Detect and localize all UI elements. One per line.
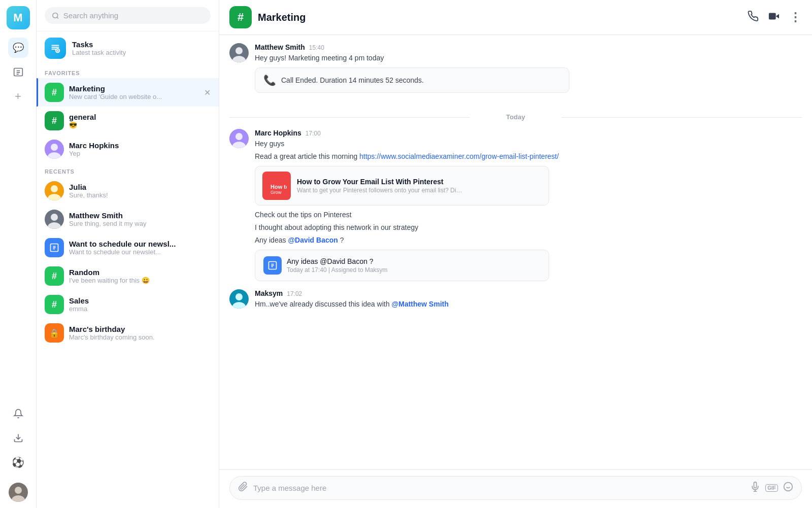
svg-point-20: [51, 214, 58, 221]
icon-rail: M 💬 + ⚽: [0, 0, 37, 508]
marc-name: Marc Hopkins: [69, 141, 211, 150]
svg-point-17: [51, 185, 58, 192]
maksym-msg-content: Maksym 17:02 Hm..we've already discussed…: [255, 289, 802, 310]
sidebar-item-newsletter[interactable]: Want to schedule our newsl... Want to sc…: [37, 233, 219, 262]
svg-point-8: [53, 13, 58, 18]
marc-avatar-sidebar: [45, 140, 64, 159]
main-chat: # Marketing ⋮ Matthew Smith 15:40 Hey: [219, 0, 812, 508]
message-marc-hopkins: Marc Hopkins 17:00 Hey guys Read a great…: [229, 129, 802, 281]
call-ended-box: 📞 Call Ended. Duration 14 minutes 52 sec…: [255, 67, 569, 93]
marc-text: Marc Hopkins Yep: [69, 141, 211, 157]
general-name: general: [69, 113, 211, 121]
matthew-avatar-sidebar: [45, 210, 64, 229]
sales-icon: #: [45, 295, 64, 314]
task-card[interactable]: Any ideas @David Bacon ? Today at 17:40 …: [255, 250, 549, 281]
task-card-icon: [263, 256, 282, 275]
birthday-text: Marc's birthday Marc's birthday coming s…: [69, 325, 211, 341]
attachment-button[interactable]: [238, 482, 248, 494]
phone-button[interactable]: [748, 11, 759, 24]
marc-msg-time: 17:00: [306, 130, 321, 137]
video-button[interactable]: [768, 11, 780, 24]
matthew-msg-text: Hey guys! Marketing meeting 4 pm today: [255, 53, 802, 63]
random-icon: #: [45, 266, 64, 286]
recents-header: RECENTS: [37, 163, 219, 177]
maksym-msg-author: Maksym: [255, 289, 283, 297]
tc-sub: Today at 17:40 | Assigned to Maksym: [287, 266, 388, 274]
header-actions: ⋮: [748, 10, 802, 24]
link-preview-card[interactable]: How toGrow How to Grow Your Email List W…: [255, 166, 549, 206]
marc-msg-header: Marc Hopkins 17:00: [255, 129, 802, 137]
sidebar-item-marc-hopkins[interactable]: Marc Hopkins Yep: [37, 135, 219, 163]
newsletter-name: Want to schedule our newsl...: [69, 240, 211, 248]
birthday-icon: 🔒: [45, 323, 64, 343]
matthew-text: Matthew Smith Sure thing, send it my way: [69, 211, 211, 227]
maksym-msg-time: 17:02: [287, 290, 302, 297]
rail-chat-icon[interactable]: 💬: [8, 38, 28, 58]
sidebar-item-marketing[interactable]: # Marketing New card 'Guide on website o…: [37, 78, 219, 107]
matthew-name: Matthew Smith: [69, 211, 211, 220]
date-separator: Today: [229, 113, 802, 121]
general-icon: #: [45, 111, 64, 130]
tc-title: Any ideas @David Bacon ?: [287, 257, 388, 265]
random-text: Random I've been waiting for this 😀: [69, 268, 211, 284]
birthday-name: Marc's birthday: [69, 325, 211, 333]
chat-title: Marketing: [258, 12, 741, 23]
message-input[interactable]: [253, 484, 745, 492]
newsletter-icon: [45, 238, 64, 257]
favorites-header: FAVORITES: [37, 65, 219, 78]
marc-tips: Check out the tips on Pinterest: [255, 210, 802, 220]
msg-input-area: GIF: [219, 469, 812, 508]
marketing-msg: New card 'Guide on website o...: [69, 93, 199, 100]
matthew-avatar-chat: [229, 43, 249, 62]
marketing-close[interactable]: ✕: [204, 88, 211, 97]
julia-avatar: [45, 181, 64, 200]
sidebar: Tasks Latest task activity FAVORITES # M…: [37, 0, 219, 508]
tasks-subtitle: Latest task activity: [72, 49, 126, 56]
marc-msg-article: Read a great article this morning https:…: [255, 151, 802, 162]
sidebar-item-birthday[interactable]: 🔒 Marc's birthday Marc's birthday coming…: [37, 319, 219, 347]
rail-notifications-icon[interactable]: [8, 403, 28, 424]
microphone-button[interactable]: [750, 482, 760, 494]
rail-soccer-icon[interactable]: ⚽: [8, 452, 28, 472]
sidebar-item-sales[interactable]: # Sales emma: [37, 290, 219, 319]
marc-msg: Yep: [69, 150, 211, 157]
sidebar-item-matthew[interactable]: Matthew Smith Sure thing, send it my way: [37, 205, 219, 233]
sidebar-item-general[interactable]: # general 😎: [37, 107, 219, 135]
birthday-msg: Marc's birthday coming soon.: [69, 333, 211, 341]
gif-button[interactable]: GIF: [765, 484, 778, 492]
tasks-item[interactable]: Tasks Latest task activity: [37, 31, 219, 65]
matthew-msg: Sure thing, send it my way: [69, 220, 211, 227]
emoji-button[interactable]: [783, 482, 793, 494]
svg-rect-23: [769, 13, 776, 19]
link-preview-text: How to Grow Your Email List With Pintere…: [297, 178, 462, 194]
matthew-msg-content: Matthew Smith 15:40 Hey guys! Marketing …: [255, 43, 802, 97]
svg-point-28: [235, 133, 243, 140]
marc-adopting: I thought about adopting this network in…: [255, 222, 802, 233]
marc-ideas: Any ideas @David Bacon ?: [255, 235, 802, 246]
random-name: Random: [69, 268, 211, 277]
search-input-wrap[interactable]: [45, 7, 211, 24]
marc-msg-content: Marc Hopkins 17:00 Hey guys Read a great…: [255, 129, 802, 281]
julia-text: Julia Sure, thanks!: [69, 183, 211, 199]
mention-david: @David Bacon: [288, 236, 337, 244]
article-link[interactable]: https://www.socialmediaexaminer.com/grow…: [359, 152, 559, 160]
svg-text:Grow: Grow: [270, 190, 282, 195]
sidebar-item-random[interactable]: # Random I've been waiting for this 😀: [37, 262, 219, 290]
general-msg: 😎: [69, 121, 211, 129]
maksym-msg-text: Hm..we've already discussed this idea wi…: [255, 299, 802, 310]
more-options-button[interactable]: ⋮: [789, 10, 802, 24]
user-avatar-rail[interactable]: M: [7, 6, 30, 29]
rail-add-icon[interactable]: +: [8, 86, 28, 107]
rail-bottom-user[interactable]: [9, 483, 28, 502]
search-icon: [52, 12, 59, 20]
call-ended-icon: 📞: [263, 74, 276, 86]
message-maksym: Maksym 17:02 Hm..we've already discussed…: [229, 289, 802, 310]
marketing-text: Marketing New card 'Guide on website o..…: [69, 84, 199, 100]
maksym-msg-header: Maksym 17:02: [255, 289, 802, 297]
rail-contacts-icon[interactable]: [8, 62, 28, 82]
lp-desc: Want to get your Pinterest followers ont…: [297, 187, 462, 194]
sidebar-item-julia[interactable]: Julia Sure, thanks!: [37, 177, 219, 205]
task-card-text: Any ideas @David Bacon ? Today at 17:40 …: [287, 257, 388, 274]
rail-download-icon[interactable]: [8, 428, 28, 448]
search-input[interactable]: [63, 11, 204, 20]
